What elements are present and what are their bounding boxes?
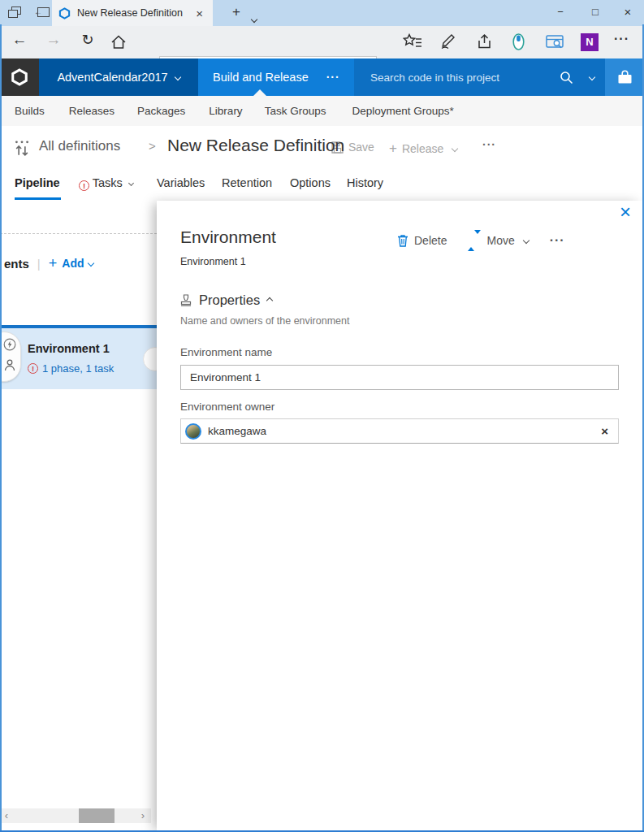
new-tab-button[interactable]: + (224, 0, 249, 26)
save-label: Save (348, 141, 374, 154)
marketplace-button[interactable] (605, 58, 644, 96)
vsts-logo[interactable] (0, 58, 39, 96)
refresh-button[interactable]: ↻ (76, 31, 99, 49)
hub-navigation: Builds Releases Packages Library Task Gr… (0, 96, 644, 126)
window-close-button[interactable]: × (612, 0, 644, 25)
canvas-divider (0, 233, 157, 234)
browser-tab[interactable]: New Release Definition × (52, 0, 213, 26)
pre-deployment-conditions-button[interactable] (0, 332, 21, 382)
scroll-right-arrow[interactable]: › (136, 808, 149, 823)
mouse-icon (512, 33, 525, 50)
share-icon (476, 33, 494, 50)
hub-more-button[interactable]: ··· (326, 71, 340, 84)
breadcrumb-all-definitions[interactable]: All definitions (39, 138, 120, 154)
maximize-button[interactable]: □ (579, 0, 612, 25)
properties-section-header[interactable]: Properties (180, 292, 272, 308)
horizontal-scrollbar[interactable]: ‹ › (0, 808, 151, 823)
add-environment-button[interactable]: + Add (49, 255, 94, 272)
nav-item-releases[interactable]: Releases (69, 105, 115, 117)
divider: | (37, 257, 41, 271)
window-magnifier-icon (546, 35, 564, 50)
share-button[interactable] (476, 33, 494, 53)
back-button[interactable]: ← (8, 31, 31, 49)
home-button[interactable] (107, 34, 130, 54)
view-set-aside-tabs-icon[interactable]: ← (36, 6, 54, 20)
browser-toolbar: ← → ↻ https:/ visualst あ a (0, 26, 644, 58)
environment-card-status[interactable]: ! 1 phase, 1 task (28, 362, 114, 375)
environment-owner-label: Environment owner (180, 401, 274, 413)
environment-owner-field[interactable]: kkamegawa × (180, 418, 619, 444)
phase-task-link[interactable]: 1 phase, 1 task (42, 362, 114, 375)
panel-subtitle: Environment 1 (180, 256, 246, 267)
browser-tab-bar: ← New Release Definition × + − □ × (0, 0, 644, 26)
hub-favorites-button[interactable] (403, 33, 422, 54)
restore-tab-rect-icon: ← (37, 7, 50, 17)
hub-label: Build and Release (213, 71, 309, 84)
restore-arrow-icon: ← (34, 7, 42, 16)
hub-star-icon (403, 33, 422, 50)
project-switcher[interactable]: AdventCalendar2017 (39, 58, 198, 96)
pen-icon (440, 33, 457, 50)
project-name: AdventCalendar2017 (57, 71, 167, 84)
nav-item-task-groups[interactable]: Task Groups (265, 105, 326, 117)
tab-history[interactable]: History (347, 176, 383, 189)
tab-close-icon[interactable]: × (192, 6, 206, 20)
panel-close-icon[interactable]: × (620, 201, 631, 223)
tab-retention[interactable]: Retention (222, 176, 272, 189)
panel-more-button[interactable]: ··· (550, 233, 565, 248)
scroll-left-arrow[interactable]: ‹ (0, 808, 13, 823)
definition-title[interactable]: New Release Definition (167, 136, 344, 155)
active-hub-notch (253, 89, 266, 96)
tasks-label: Tasks (93, 176, 123, 189)
page-tools-extension-button[interactable] (546, 35, 564, 53)
code-search-box[interactable] (354, 58, 605, 96)
window-border-left (0, 24, 2, 832)
tab-options[interactable]: Options (290, 176, 331, 189)
vsts-header: AdventCalendar2017 Build and Release ··· (0, 58, 644, 96)
environment-card[interactable]: Environment 1 ! 1 phase, 1 task (0, 325, 157, 389)
delete-button[interactable]: Delete (397, 234, 447, 247)
owner-avatar (185, 423, 201, 440)
search-icon[interactable] (560, 71, 573, 84)
tab-preview-chevron-icon[interactable] (252, 11, 257, 25)
release-label: Release (402, 142, 443, 155)
search-scope-chevron-icon[interactable] (589, 74, 595, 80)
forward-button[interactable]: → (42, 31, 65, 49)
browser-menu-button[interactable]: ··· (614, 32, 629, 46)
set-tabs-aside-icon[interactable] (8, 6, 26, 20)
shopping-bag-icon (617, 70, 633, 84)
panel-title: Environment (180, 228, 276, 247)
mouse-gesture-extension-button[interactable] (512, 33, 525, 54)
release-button[interactable]: + Release (389, 141, 457, 157)
nav-item-packages[interactable]: Packages (137, 105, 185, 117)
environment-card-title: Environment 1 (28, 342, 110, 355)
home-icon (110, 34, 127, 50)
tab-title: New Release Definition (77, 7, 192, 19)
chevron-down-icon (522, 237, 529, 244)
onenote-button[interactable]: N (581, 33, 599, 51)
environments-section-header: ents | + Add (0, 253, 93, 274)
vsts-favicon (58, 7, 71, 20)
tab-pipeline[interactable]: Pipeline (15, 176, 60, 189)
delete-label: Delete (414, 234, 447, 247)
tab-variables[interactable]: Variables (157, 176, 205, 189)
hub-build-and-release[interactable]: Build and Release ··· (198, 58, 354, 96)
environment-name-input[interactable] (180, 365, 619, 390)
nav-item-library[interactable]: Library (209, 105, 242, 117)
chevron-down-icon (174, 74, 180, 80)
remove-owner-icon[interactable]: × (601, 424, 608, 438)
nav-item-deployment-groups[interactable]: Deployment Groups* (352, 105, 453, 117)
definition-more-button[interactable]: ··· (482, 138, 496, 151)
set-aside-rect-icon (8, 10, 18, 18)
minimize-button[interactable]: − (544, 0, 577, 25)
move-button[interactable]: Move (468, 234, 528, 247)
nav-item-builds[interactable]: Builds (15, 105, 45, 117)
properties-title: Properties (199, 292, 260, 308)
scrollbar-thumb[interactable] (79, 808, 115, 823)
add-label: Add (62, 257, 84, 270)
code-search-input[interactable] (370, 72, 545, 84)
web-note-button[interactable] (440, 33, 457, 53)
release-definition-icon (13, 140, 31, 158)
plus-icon: + (49, 255, 58, 272)
tab-tasks[interactable]: ! Tasks (79, 176, 133, 191)
